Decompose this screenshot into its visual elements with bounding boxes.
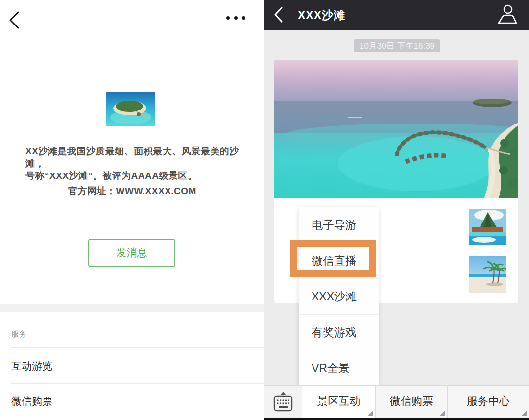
contact-profile-button[interactable]	[497, 4, 517, 25]
menu-item-wechat-live[interactable]: 微信直播	[299, 243, 379, 279]
service-item-interactive-tour[interactable]: 互动游览	[11, 359, 253, 373]
service-item-wechat-tickets[interactable]: 微信购票	[11, 395, 253, 408]
back-button[interactable]	[273, 6, 283, 23]
article-thumbnail-1[interactable]	[469, 209, 506, 245]
submenu-corner-icon	[368, 410, 373, 416]
island-aerial-photo-icon	[106, 120, 155, 126]
toolbar-tab-service-center[interactable]: 服务中心	[448, 386, 529, 419]
toolbar-tab-label: 景区互动	[317, 395, 361, 407]
services-section-header: 服务	[11, 329, 27, 340]
ellipsis-icon	[226, 16, 230, 20]
menu-item-vr-panorama[interactable]: VR全景	[299, 350, 379, 386]
toolbar-tab-scenic-interaction[interactable]: 景区互动	[302, 386, 375, 419]
person-icon	[497, 20, 517, 27]
menu-item-xxx-beach[interactable]: XXX沙滩	[299, 279, 379, 315]
chevron-left-icon	[273, 17, 283, 25]
send-message-button[interactable]: 发消息	[88, 239, 175, 267]
chat-header-bar: XXX沙滩	[264, 0, 529, 30]
ellipsis-icon	[242, 16, 245, 20]
wechat-chat-panel: XXX沙滩 10月30日 下午16:39	[264, 0, 529, 420]
official-account-profile-panel: XX沙滩是我国沙质最细、面积最大、风景最美的沙滩， 号称“XXX沙滩”。被评为A…	[0, 0, 264, 420]
submenu-corner-icon	[522, 410, 527, 416]
official-website-text: 官方网址：WWW.XXXX.COM	[0, 185, 264, 198]
chevron-left-icon	[8, 24, 21, 31]
message-timestamp: 10月30日 下午16:39	[354, 39, 440, 52]
ellipsis-icon	[234, 16, 238, 20]
submenu-corner-icon	[440, 410, 445, 416]
chat-bottom-toolbar: 景区互动 微信购票 服务中心	[264, 385, 529, 419]
article-row-divider	[380, 250, 510, 250]
description-line-2: 号称“XXX沙滩”。被评为AAAA级景区。	[25, 170, 243, 182]
menu-item-electronic-guide[interactable]: 电子导游	[299, 207, 379, 243]
toolbar-tab-wechat-tickets[interactable]: 微信购票	[376, 386, 447, 419]
system-nav-strip	[264, 418, 529, 420]
maldives-resort-aerial-photo-icon	[274, 191, 518, 198]
description-line-1: XX沙滩是我国沙质最细、面积最大、风景最美的沙滩，	[25, 145, 243, 170]
toolbar-tab-label: 微信购票	[390, 395, 433, 407]
bora-bora-island-photo-icon	[469, 238, 506, 245]
back-button[interactable]	[8, 11, 21, 29]
list-divider	[11, 417, 264, 417]
keyboard-toggle-button[interactable]	[264, 386, 302, 419]
palm-beach-photo-icon	[469, 286, 506, 293]
section-divider-band	[0, 304, 264, 312]
account-description: XX沙滩是我国沙质最细、面积最大、风景最美的沙滩， 号称“XXX沙滩”。被评为A…	[25, 145, 243, 182]
more-menu-button[interactable]	[226, 16, 245, 20]
toolbar-tab-label: 服务中心	[467, 395, 510, 407]
chat-title: XXX沙滩	[298, 0, 345, 30]
article-hero-image[interactable]	[274, 60, 518, 198]
toolbar-popup-menu: 电子导游 微信直播 XXX沙滩 有奖游戏 VR全景	[299, 207, 379, 386]
menu-item-prize-game[interactable]: 有奖游戏	[299, 315, 379, 350]
screenshot-root: XX沙滩是我国沙质最细、面积最大、风景最美的沙滩， 号称“XXX沙滩”。被评为A…	[0, 0, 529, 420]
article-thumbnail-2[interactable]	[469, 256, 506, 293]
list-divider	[11, 383, 264, 384]
profile-island-thumbnail[interactable]	[106, 92, 155, 126]
list-divider	[11, 347, 264, 348]
